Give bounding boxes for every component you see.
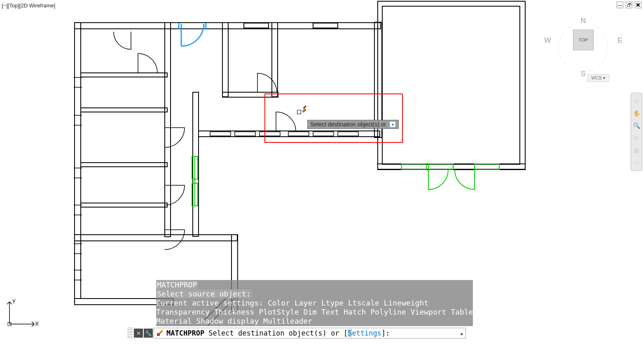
svg-rect-13 (81, 203, 167, 207)
svg-rect-49 (402, 164, 426, 170)
history-line-1: MATCHPROP (156, 280, 198, 289)
svg-rect-1 (75, 23, 81, 299)
svg-rect-10 (81, 73, 167, 77)
command-line-grip-icon[interactable] (127, 328, 133, 338)
svg-rect-18 (378, 1, 525, 169)
ucs-x-label: X (35, 320, 39, 327)
svg-rect-37 (235, 132, 255, 136)
svg-rect-16 (222, 92, 278, 97)
wcs-dropdown[interactable]: WCS ▾ (587, 74, 609, 82)
matchprop-brush-cursor-icon (301, 105, 309, 114)
svg-rect-41 (338, 132, 358, 136)
nav-showmotion-icon[interactable]: ▦ (631, 144, 642, 156)
command-recent-dropdown-icon[interactable]: ▲ (461, 331, 463, 336)
ucs-y-label: Y (12, 299, 16, 305)
command-line-customize-button[interactable]: 🔧 (144, 329, 153, 338)
pickbox-cursor-icon (297, 110, 301, 114)
svg-rect-35 (313, 23, 338, 28)
viewcube-top-face[interactable]: TOP (573, 30, 594, 50)
svg-rect-50 (428, 164, 453, 170)
svg-rect-15 (272, 23, 278, 97)
history-line-4: Transparency Thickness PlotStyle Dim Tex… (156, 308, 473, 317)
viewcube-west[interactable]: W (544, 36, 551, 45)
svg-rect-19 (382, 6, 520, 164)
nav-zoom-icon[interactable]: 🔍 (631, 119, 642, 132)
command-line-close-button[interactable]: ✕ (134, 329, 143, 338)
history-line-3: Current active settings: Color Layer Lty… (156, 299, 473, 308)
svg-rect-36 (210, 132, 231, 136)
svg-rect-11 (81, 108, 167, 112)
nav-wheel-icon[interactable]: ◎ (631, 95, 642, 107)
svg-rect-39 (288, 132, 309, 136)
ucs-icon[interactable]: X Y (6, 299, 39, 331)
viewcube-east[interactable]: E (617, 36, 622, 45)
viewcube-north[interactable]: N (581, 16, 586, 25)
history-line-5: Material Shadow display Multileader (156, 317, 473, 326)
selected-source-door (179, 23, 206, 46)
svg-rect-40 (313, 132, 334, 136)
viewcube[interactable]: N S W E TOP (548, 12, 618, 82)
command-input[interactable]: MATCHPROP Select destination object(s) o… (154, 328, 466, 338)
svg-point-57 (161, 330, 163, 331)
nav-more-icon[interactable]: ▭ (631, 156, 642, 169)
command-prompt-text: MATCHPROP Select destination object(s) o… (166, 329, 390, 337)
command-matchprop-icon (157, 329, 164, 337)
dynamic-input-dropdown-icon[interactable]: ▾ (389, 121, 396, 128)
svg-rect-12 (81, 163, 167, 167)
navigation-bar: ◎ ✋ 🔍 ⟳ ▦ ▭ (631, 93, 642, 171)
command-line: ✕ 🔧 MATCHPROP Select destination object(… (127, 328, 466, 338)
svg-rect-2 (75, 235, 237, 241)
svg-rect-34 (244, 23, 269, 28)
command-history[interactable]: MATCHPROP Select source object: Current … (156, 280, 473, 326)
svg-rect-14 (222, 23, 228, 97)
svg-rect-51 (475, 164, 499, 170)
svg-rect-21 (378, 164, 525, 170)
viewcube-south[interactable]: S (581, 70, 586, 78)
nav-pan-icon[interactable]: ✋ (631, 107, 642, 119)
history-line-2: Select source object: (156, 289, 252, 298)
dynamic-input-tooltip[interactable]: Select destination object(s) or ▾ (307, 120, 399, 129)
dynamic-input-text: Select destination object(s) or (310, 121, 386, 128)
nav-orbit-icon[interactable]: ⟳ (631, 132, 642, 144)
svg-rect-38 (260, 132, 280, 136)
